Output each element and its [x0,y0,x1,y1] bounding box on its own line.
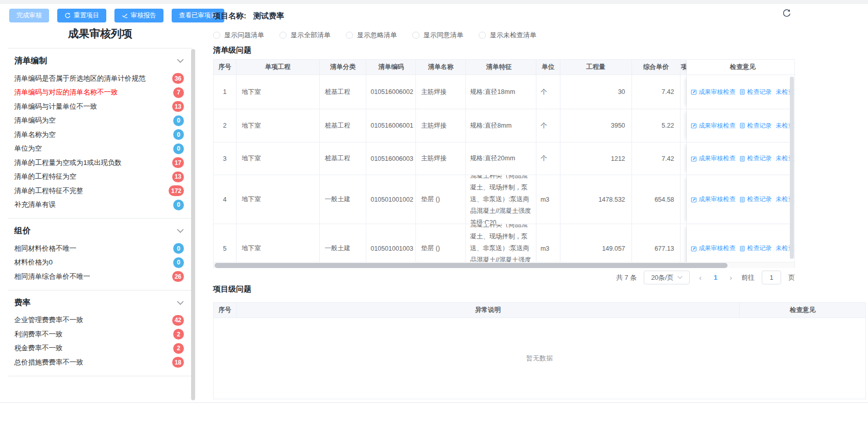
pagination-total: 共 7 条 [616,273,637,282]
cell-quantity: 30 [560,75,632,109]
finish-audit-button[interactable]: 完成审核 [9,9,49,22]
sidebar-item[interactable]: 清单的工程特征为空13 [5,170,195,184]
section-items: 清单编码是否属于所选地区的清单计价规范36 清单编码与对应的清单名称不一致7 清… [5,71,195,218]
audit-check-link[interactable]: 成果审核检查 [691,195,735,204]
table-header-row: 序号 单项工程 清单分类 清单编码 清单名称 清单特征 单位 工程量 综合单价 … [214,60,794,75]
check-record-link[interactable]: 检查记录 [739,122,771,130]
audit-check-label: 成果审核检查 [698,154,735,163]
audit-check-link[interactable]: 成果审核检查 [691,88,735,96]
radio-show-ignored-list[interactable]: 显示忽略清单 [346,31,397,40]
page-refresh-icon[interactable] [782,8,792,18]
audit-check-label: 成果审核检查 [698,122,735,130]
cell-category: 桩基工程 [320,142,367,175]
radio-icon [479,32,486,39]
count-badge: 0 [173,115,184,126]
cell-seq: 5 [214,224,237,262]
page-size-value: 20条/页 [651,273,673,282]
radio-show-all-list[interactable]: 显示全部清单 [279,31,331,40]
col-unit-project: 单项工程 [237,60,320,75]
cell-feature: 规格:直径8mm [466,109,536,142]
sidebar-item[interactable]: 企业管理费费率不一致42 [5,313,195,328]
sidebar-item[interactable]: 清单的工程量为空或为1或出现负数17 [5,156,195,170]
audit-check-link[interactable]: 成果审核检查 [691,122,735,130]
section-header[interactable]: 清单编制 [5,49,195,71]
cell-check-opinion: 成果审核检查 检查记录 未检查 [687,142,794,175]
table-vertical-scrollbar[interactable] [790,77,794,259]
refresh-icon [64,12,71,19]
cell-code: 010516006002 [366,75,416,109]
radio-show-unchecked-list[interactable]: 显示未检查清单 [479,31,536,40]
app-root: 完成审核 重置项目 审核报告 查看已审项目 成果审核列项 清单编制 清单编码是否… [0,0,868,435]
col-seq: 序号 [214,303,237,318]
table-horizontal-scrollbar[interactable] [214,262,794,268]
audit-check-link[interactable]: 成果审核检查 [691,244,735,253]
cell-quantity: 1212 [560,142,632,175]
cell-unit-project: 地下室 [237,142,320,175]
radio-label: 显示未检查清单 [490,31,536,40]
sidebar-item[interactable]: 总价措施费费率不一致18 [5,355,195,370]
count-badge: 0 [173,243,184,254]
section-rates: 费率 企业管理费费率不一致42 利润费率不一致2 税金费率不一致2 总价措施费费… [5,291,195,376]
cell-truncated [681,175,687,224]
section-header[interactable]: 组价 [5,219,195,241]
check-record-link[interactable]: 检查记录 [739,88,771,96]
section-header[interactable]: 费率 [5,291,195,313]
item-label: 材料价格为0 [14,258,53,267]
col-check-opinion: 检查意见 [740,303,865,318]
radio-icon [346,32,353,39]
sidebar-item-selected[interactable]: 清单编码与对应的清单名称不一致7 [5,86,195,100]
audit-check-link[interactable]: 成果审核检查 [691,154,735,163]
table-row: 5 地下室 一般土建 010501001003 垫层 () 混凝土种类（商品混凝… [214,224,794,262]
filter-radio-group: 显示问题清单 显示全部清单 显示忽略清单 显示同意清单 显示未检查清单 [213,31,536,40]
sidebar-item[interactable]: 相同清单综合单价不唯一26 [5,270,195,284]
section-items: 相同材料价格不唯一0 材料价格为00 相同清单综合单价不唯一26 [5,241,195,290]
count-badge: 2 [173,343,184,354]
count-badge: 172 [169,185,184,196]
count-badge: 26 [172,271,184,282]
document-icon [739,197,745,203]
chevron-down-icon[interactable] [177,301,184,305]
next-page-button[interactable]: › [728,274,734,282]
radio-show-problem-list[interactable]: 显示问题清单 [213,31,264,40]
chevron-down-icon[interactable] [177,59,184,63]
scrollbar-thumb[interactable] [215,263,728,268]
cell-seq: 2 [214,109,237,142]
section-title: 费率 [14,298,31,308]
sidebar-scrollbar[interactable] [191,49,195,400]
cell-check-opinion: 成果审核检查 检查记录 未检查 [687,175,794,224]
goto-page-input[interactable] [762,271,781,284]
sidebar-item[interactable]: 清单编码为空0 [5,114,195,128]
cell-price: 677.13 [632,224,681,262]
sidebar-item[interactable]: 税金费率不一致2 [5,342,195,356]
cell-code: 010501001003 [366,224,416,262]
document-icon [739,89,745,95]
check-record-link[interactable]: 检查记录 [739,154,771,163]
cell-seq: 3 [214,142,237,175]
sidebar-item[interactable]: 清单编码是否属于所选地区的清单计价规范36 [5,71,195,86]
sidebar-item[interactable]: 相同材料价格不唯一0 [5,241,195,256]
chevron-down-icon[interactable] [177,229,184,233]
sidebar-item[interactable]: 清单编码与计量单位不一致13 [5,100,195,114]
audit-report-button[interactable]: 审核报告 [114,9,163,22]
sidebar-item[interactable]: 利润费率不一致2 [5,327,195,342]
table-row: 4 地下室 一般土建 010501001002 垫层 () 混凝土种类（商品混凝… [214,175,794,224]
cell-unit-project: 地下室 [237,109,320,142]
prev-page-button[interactable]: ‹ [697,274,703,282]
sidebar-item[interactable]: 单位为空0 [5,142,195,156]
radio-show-agreed-list[interactable]: 显示同意清单 [412,31,463,40]
sidebar-item[interactable]: 补充清单有误0 [5,198,195,212]
sidebar-item[interactable]: 清单的工程特征不完整172 [5,184,195,198]
reset-project-button[interactable]: 重置项目 [57,9,106,22]
sidebar-item[interactable]: 清单名称为空0 [5,128,195,142]
list-issues-table: 序号 单项工程 清单分类 清单编码 清单名称 清单特征 单位 工程量 综合单价 … [213,59,795,268]
section-pricing: 组价 相同材料价格不唯一0 材料价格为00 相同清单综合单价不唯一26 [5,219,195,290]
check-record-link[interactable]: 检查记录 [739,244,771,253]
sidebar-item[interactable]: 材料价格为00 [5,256,195,270]
cell-seq: 4 [214,175,237,224]
item-label: 清单编码为空 [14,116,56,125]
check-record-link[interactable]: 检查记录 [739,195,771,204]
cell-name: 垫层 () [416,175,466,224]
count-badge: 0 [173,129,184,140]
current-page[interactable]: 1 [711,274,720,281]
page-size-select[interactable]: 20条/页 [644,271,690,284]
